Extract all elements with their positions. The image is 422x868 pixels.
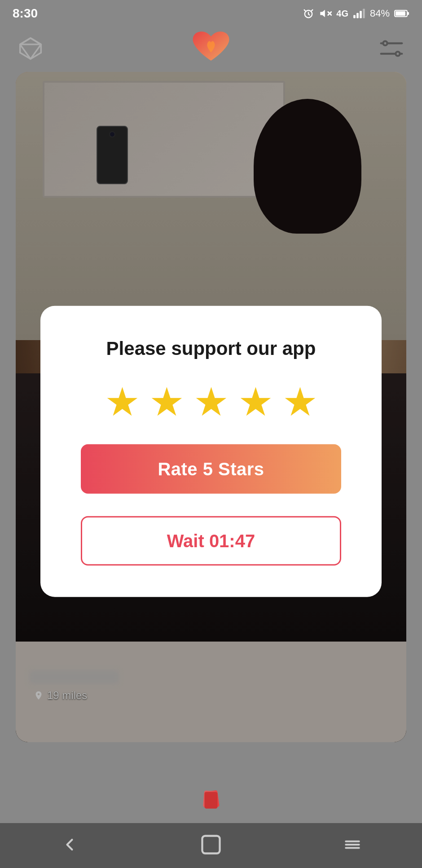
- back-icon: [60, 835, 79, 855]
- battery-percent: 84%: [370, 8, 390, 19]
- diamond-icon: [18, 36, 43, 61]
- nav-likes[interactable]: [276, 783, 308, 814]
- svg-line-13: [31, 38, 41, 44]
- nav-discover[interactable]: [114, 783, 146, 814]
- bottom-nav: [0, 774, 422, 823]
- rate-button[interactable]: Rate 5 Stars: [81, 444, 341, 494]
- messages-icon: [361, 787, 384, 810]
- svg-rect-6: [363, 9, 365, 18]
- star-1[interactable]: ★: [105, 382, 140, 422]
- filter-button[interactable]: [379, 36, 404, 63]
- star-2[interactable]: ★: [149, 382, 185, 422]
- svg-rect-5: [360, 11, 362, 18]
- svg-rect-3: [353, 15, 356, 18]
- svg-rect-9: [408, 12, 409, 15]
- system-bar: [0, 823, 422, 868]
- status-icons: 4G 84%: [302, 7, 409, 20]
- system-home-icon: [199, 833, 223, 856]
- svg-rect-29: [205, 792, 218, 809]
- svg-line-14: [20, 44, 31, 59]
- nav-home[interactable]: [34, 783, 65, 814]
- star-3[interactable]: ★: [193, 382, 229, 422]
- home-icon: [38, 787, 61, 810]
- wait-button[interactable]: Wait 01:47: [81, 516, 341, 566]
- app-logo: [191, 28, 231, 71]
- status-bar: 8:30 4G 84%: [0, 0, 422, 27]
- nav-messages[interactable]: [357, 783, 388, 814]
- svg-line-12: [20, 38, 31, 44]
- stars-row: ★ ★ ★ ★ ★: [105, 382, 318, 422]
- recent-apps-icon: [343, 835, 362, 855]
- signal-icon: [353, 9, 365, 18]
- star-4[interactable]: ★: [238, 382, 273, 422]
- status-time: 8:30: [13, 6, 38, 21]
- rating-modal: Please support our app ★ ★ ★ ★ ★ Rate 5 …: [40, 306, 382, 597]
- svg-line-15: [31, 44, 41, 59]
- eye-icon: [280, 787, 303, 810]
- nav-cards[interactable]: [195, 783, 227, 814]
- mute-icon: [319, 7, 332, 20]
- svg-rect-8: [396, 11, 405, 16]
- recent-apps-button[interactable]: [343, 835, 362, 856]
- svg-rect-4: [356, 13, 359, 18]
- filter-icon: [379, 36, 404, 61]
- globe-icon: [119, 787, 142, 810]
- modal-title: Please support our app: [106, 337, 316, 360]
- svg-point-30: [289, 796, 295, 802]
- system-home-button[interactable]: [199, 833, 223, 858]
- back-button[interactable]: [60, 835, 79, 856]
- network-type-icon: 4G: [336, 9, 348, 19]
- battery-icon: [394, 9, 409, 18]
- top-nav: [0, 27, 422, 72]
- premium-button[interactable]: [18, 36, 43, 63]
- alarm-icon: [302, 7, 315, 20]
- star-5[interactable]: ★: [282, 382, 318, 422]
- svg-rect-34: [202, 836, 220, 854]
- cards-icon: [198, 787, 224, 810]
